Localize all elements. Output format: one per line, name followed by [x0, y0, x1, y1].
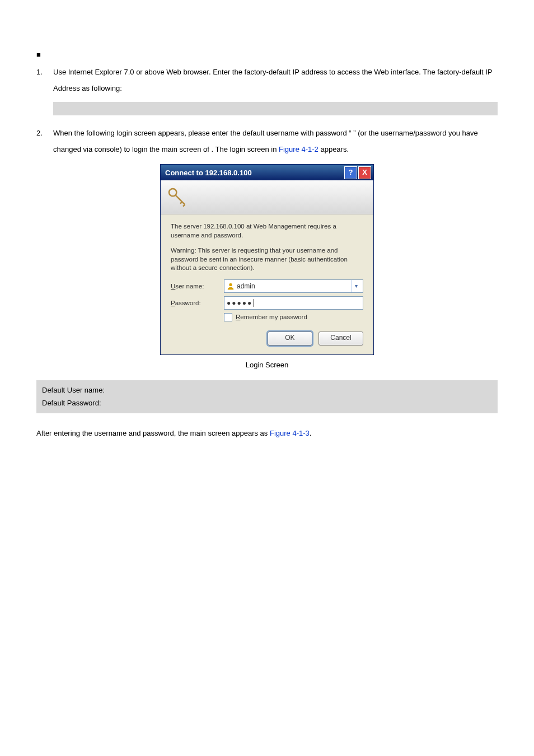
- dialog-message-2: Warning: This server is requesting that …: [171, 246, 363, 273]
- dialog-title: Connect to 192.168.0.100: [165, 169, 343, 177]
- password-label: PPassword:assword:: [171, 300, 224, 306]
- text-caret: [254, 299, 254, 307]
- default-password-line: Default Password:: [42, 396, 492, 409]
- ip-address-bar: [53, 102, 498, 115]
- keys-icon: [166, 186, 189, 208]
- username-label: UUser name:ser name:: [171, 283, 224, 290]
- list-number-2: 2.: [36, 125, 53, 157]
- login-dialog: Connect to 192.168.0.100 ? X The server …: [160, 164, 374, 355]
- dialog-banner: [161, 180, 373, 214]
- dialog-message-1: The server 192.168.0.100 at Web Manageme…: [171, 222, 363, 240]
- list-number-1: 1.: [36, 64, 53, 96]
- svg-point-4: [229, 283, 232, 286]
- figure-link-4-1-3[interactable]: Figure 4-1-3: [270, 429, 310, 437]
- text-frag: When the following login screen appears,…: [53, 129, 301, 137]
- remember-label: RRemember my passwordemember my password: [236, 314, 307, 320]
- remember-checkbox[interactable]: [224, 313, 232, 321]
- after-text: After entering the username and password…: [36, 426, 498, 442]
- text-frag: . The login screen in: [212, 145, 279, 153]
- text-frag: with password “: [301, 129, 351, 137]
- figure-caption: Login Screen: [36, 361, 498, 369]
- list-item-1: Use Internet Explorer 7.0 or above Web b…: [53, 64, 498, 96]
- bullet-glyph: ■: [36, 50, 53, 59]
- text-frag: appears.: [318, 145, 349, 153]
- list-item-2: When the following login screen appears,…: [53, 125, 498, 157]
- cancel-button[interactable]: Cancel: [318, 332, 363, 346]
- figure-link-4-1-2[interactable]: Figure 4-1-2: [279, 145, 318, 153]
- svg-line-3: [183, 205, 185, 207]
- password-field[interactable]: ●●●●●: [224, 296, 363, 310]
- help-button[interactable]: ?: [344, 166, 357, 179]
- dropdown-arrow-icon[interactable]: ▾: [351, 280, 360, 292]
- username-field[interactable]: admin ▾: [224, 279, 363, 293]
- ok-button[interactable]: OK: [268, 332, 312, 346]
- dialog-titlebar: Connect to 192.168.0.100 ? X: [161, 165, 373, 180]
- password-value: ●●●●●: [227, 299, 252, 307]
- dialog-body: The server 192.168.0.100 at Web Manageme…: [161, 214, 373, 354]
- username-value: admin: [237, 282, 351, 290]
- close-button[interactable]: X: [358, 166, 371, 179]
- text-frag: .: [310, 429, 312, 437]
- default-username-line: Default User name:: [42, 384, 492, 396]
- user-icon: [227, 282, 235, 290]
- remember-password-row[interactable]: RRemember my passwordemember my password: [224, 313, 363, 321]
- defaults-box: Default User name: Default Password:: [36, 380, 498, 413]
- text-frag: After entering the username and password…: [36, 429, 270, 437]
- svg-line-2: [180, 202, 182, 204]
